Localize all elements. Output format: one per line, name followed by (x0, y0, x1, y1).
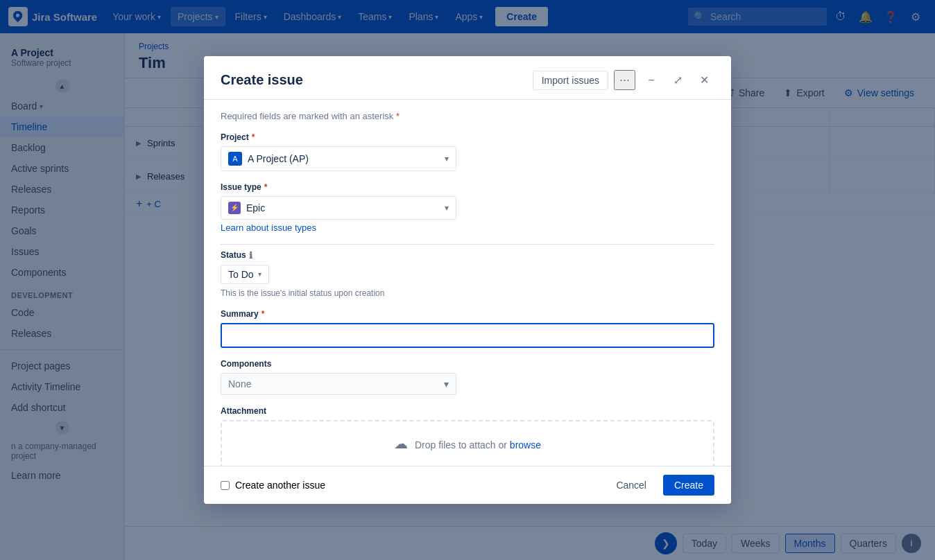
modal-header: Create issue Import issues ··· − ⤢ ✕ (204, 56, 731, 100)
required-fields-note: Required fields are marked with an aster… (221, 111, 714, 121)
summary-field: Summary * (221, 309, 714, 348)
required-indicator: * (261, 309, 265, 319)
project-icon: A (228, 152, 242, 166)
components-field: Components None ▾ (221, 359, 714, 395)
status-field: Status ℹ To Do ▾ This is the issue's ini… (221, 250, 714, 298)
summary-input[interactable] (221, 323, 714, 348)
status-dropdown-btn[interactable]: To Do ▾ (221, 265, 269, 284)
project-label: Project * (221, 132, 714, 142)
create-another-checkbox[interactable] (221, 481, 230, 490)
attachment-field: Attachment ☁ Drop files to attach or bro… (221, 406, 714, 466)
required-indicator: * (264, 182, 268, 192)
chevron-down-icon: ▾ (444, 378, 449, 390)
modal-footer: Create another issue Cancel Create (204, 466, 731, 504)
cloud-upload-icon: ☁ (394, 436, 408, 451)
epic-icon: ⚡ (228, 202, 241, 214)
modal-footer-actions: Cancel Create (605, 475, 714, 496)
issue-type-select[interactable]: ⚡ Epic ▾ (221, 196, 456, 220)
issue-type-label: Issue type * (221, 182, 714, 192)
required-indicator: * (252, 132, 255, 142)
create-another-label[interactable]: Create another issue (235, 480, 325, 491)
create-another-checkbox-wrap: Create another issue (221, 480, 325, 491)
project-field: Project * A A Project (AP) ▾ (221, 132, 714, 171)
cancel-button[interactable]: Cancel (605, 475, 658, 496)
create-another-section: Create another issue (221, 480, 325, 491)
create-submit-button[interactable]: Create (663, 475, 714, 496)
import-issues-button[interactable]: Import issues (533, 71, 608, 90)
chevron-down-icon: ▾ (445, 203, 449, 213)
project-select[interactable]: A A Project (AP) ▾ (221, 146, 456, 171)
attachment-label: Attachment (221, 406, 714, 416)
learn-issue-types-link[interactable]: Learn about issue types (221, 222, 316, 233)
required-star: * (396, 111, 400, 121)
expand-button[interactable]: ⤢ (667, 70, 688, 91)
modal-overlay[interactable]: Create issue Import issues ··· − ⤢ ✕ Req… (0, 0, 935, 560)
components-select[interactable]: None ▾ (221, 373, 456, 395)
modal-title: Create issue (221, 72, 303, 88)
chevron-down-icon: ▾ (258, 270, 261, 278)
status-label: Status ℹ (221, 250, 714, 261)
modal-header-actions: Import issues ··· − ⤢ ✕ (533, 70, 714, 91)
browse-link[interactable]: browse (510, 439, 541, 450)
summary-label: Summary * (221, 309, 714, 319)
minimize-button[interactable]: − (641, 70, 662, 91)
status-hint: This is the issue's initial status upon … (221, 288, 714, 298)
form-divider (221, 244, 714, 245)
modal-body: Required fields are marked with an aster… (204, 100, 731, 466)
more-options-button[interactable]: ··· (614, 70, 635, 90)
attachment-dropzone[interactable]: ☁ Drop files to attach or browse (221, 420, 714, 466)
chevron-down-icon: ▾ (445, 154, 449, 164)
components-label: Components (221, 359, 714, 369)
create-issue-modal: Create issue Import issues ··· − ⤢ ✕ Req… (204, 56, 731, 504)
status-info-icon[interactable]: ℹ (249, 250, 252, 261)
close-button[interactable]: ✕ (694, 70, 714, 91)
issue-type-field: Issue type * ⚡ Epic ▾ Learn about issue … (221, 182, 714, 233)
